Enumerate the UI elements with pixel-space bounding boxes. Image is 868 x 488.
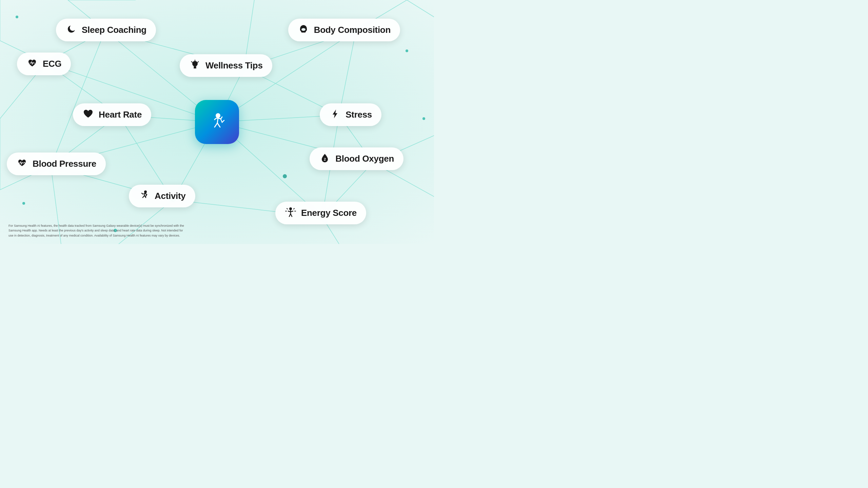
wave-icon [16,157,28,170]
drop-icon: 2 [319,152,331,165]
stress-pill: Stress [320,103,381,126]
svg-point-47 [283,174,287,178]
ecg-pill: ECG [17,53,71,75]
blood-pressure-label: Blood Pressure [33,159,96,169]
ecg-label: ECG [43,59,61,69]
sleep-coaching-label: Sleep Coaching [82,25,146,35]
svg-point-55 [422,117,425,120]
svg-point-53 [406,49,408,52]
energy-score-pill: Energy Score [275,202,366,224]
bolt-icon [329,108,341,121]
energy-icon [285,206,296,220]
moon-icon [65,23,77,37]
run-icon [138,189,150,203]
activity-pill: Activity [129,185,195,207]
svg-point-57 [301,28,305,31]
svg-point-52 [22,202,25,205]
ecg-icon [26,57,38,70]
svg-line-61 [198,62,199,63]
svg-point-56 [216,113,220,118]
wellness-tips-pill: Wellness Tips [180,54,272,77]
bulb-icon [189,59,201,72]
activity-label: Activity [155,191,186,201]
wellness-tips-label: Wellness Tips [205,60,263,71]
heart-rate-pill: Heart Rate [73,103,151,126]
blood-oxygen-label: Blood Oxygen [335,154,394,164]
heart-icon [82,108,94,121]
svg-text:2: 2 [324,157,326,161]
svg-rect-59 [194,68,196,68]
blood-pressure-pill: Blood Pressure [7,152,106,175]
svg-point-54 [16,16,18,18]
svg-line-62 [192,62,193,63]
svg-line-66 [287,208,288,209]
svg-point-58 [192,61,198,66]
heart-rate-label: Heart Rate [99,109,142,120]
footer-disclaimer: For Samsung Health AI features, the heal… [8,223,185,238]
energy-score-label: Energy Score [301,208,357,218]
stress-label: Stress [346,109,372,120]
blood-oxygen-pill: 2 Blood Oxygen [310,147,403,170]
svg-point-64 [144,190,147,193]
body-icon [298,23,309,37]
body-composition-pill: Body Composition [288,19,400,41]
sleep-coaching-pill: Sleep Coaching [56,19,156,41]
body-composition-label: Body Composition [314,25,391,35]
center-hub [195,100,239,144]
svg-line-67 [294,208,294,209]
